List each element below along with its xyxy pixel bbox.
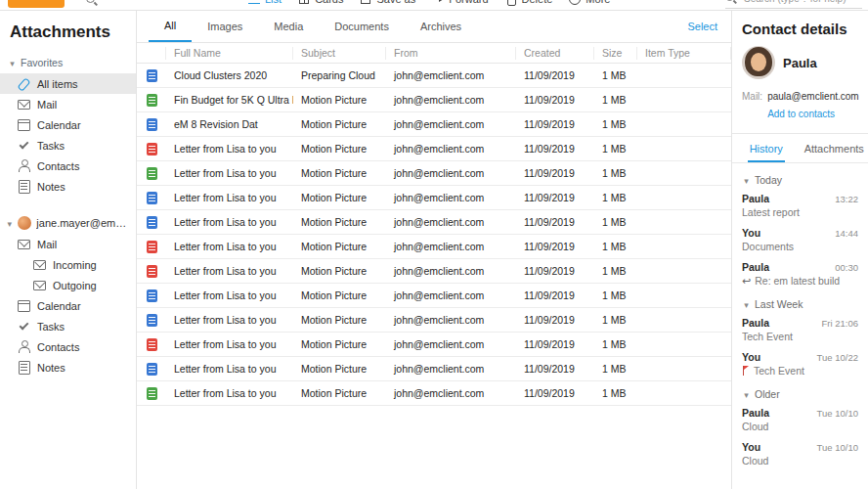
sidebar-item[interactable]: Mail — [0, 234, 136, 254]
mail-icon — [18, 238, 30, 250]
sidebar-item[interactable]: Mail — [0, 94, 136, 114]
history-section-header[interactable]: Older — [742, 381, 858, 403]
table-row[interactable]: Letter from Lisa to you Motion Picture j… — [137, 284, 731, 308]
favorites-label: Favorites — [21, 57, 63, 68]
contact-mail-row: Mail: paula@emclient.com Add to contacts — [732, 79, 868, 119]
history-entry-time: Tue 10/10 — [817, 442, 858, 453]
table-row[interactable]: Letter from Lisa to you Motion Picture j… — [137, 333, 731, 357]
history-entry-time: 13:22 — [835, 194, 858, 204]
column-header[interactable]: Item Type — [637, 47, 731, 60]
toolbar-item-label: Cards — [315, 0, 343, 5]
cell-from: john@emclient.com — [386, 289, 516, 301]
favorites-header[interactable]: Favorites — [0, 54, 136, 73]
cell-created: 11/09/2019 — [516, 363, 594, 375]
magnifier-icon — [86, 0, 98, 6]
table-row[interactable]: Letter from Lisa to you Motion Picture j… — [137, 308, 731, 333]
history-entry[interactable]: You Tue 10/10 Cloud — [742, 437, 858, 471]
cell-from: john@emclient.com — [386, 314, 516, 326]
history-section-header[interactable]: Last Week — [742, 291, 858, 313]
table-row[interactable]: eM 8 Revision Dat Motion Picture john@em… — [137, 112, 731, 137]
toolbar-item[interactable]: List — [248, 0, 282, 5]
contact-tab[interactable]: Attachments — [801, 134, 868, 162]
history-entry[interactable]: Paula Tue 10/10 Cloud — [742, 403, 858, 437]
column-header[interactable]: Size — [594, 47, 637, 60]
filter-tab[interactable]: All — [149, 11, 192, 42]
filter-tab[interactable]: Media — [258, 11, 319, 42]
sidebar-item[interactable]: Tasks — [0, 135, 136, 156]
mail-icon — [33, 258, 46, 271]
doc-file-icon — [147, 69, 157, 82]
table-row[interactable]: Letter from Lisa to you Motion Picture j… — [137, 137, 731, 161]
cell-created: 11/09/2019 — [516, 241, 594, 252]
cell-created: 11/09/2019 — [516, 143, 594, 155]
app-body: Attachments Favorites All items Mail Cal… — [0, 11, 868, 489]
flag-icon — [742, 366, 750, 376]
history-entry-who: Paula — [742, 407, 769, 419]
filter-tab[interactable]: Images — [192, 11, 258, 42]
filter-tab[interactable]: Archives — [405, 11, 477, 42]
table-row[interactable]: Letter from Lisa to you Motion Picture j… — [137, 235, 731, 259]
column-header[interactable]: Created — [516, 47, 594, 60]
sidebar-item[interactable]: Contacts — [0, 336, 136, 357]
history-entry-time: Fri 21:06 — [822, 318, 859, 329]
toolbar-item[interactable]: Cards — [298, 0, 343, 5]
cell-full-name: Cloud Clusters 2020 — [166, 69, 293, 81]
sidebar-item[interactable]: Notes — [0, 357, 136, 378]
doc-file-icon — [147, 363, 157, 376]
sidebar-item[interactable]: Incoming — [0, 254, 136, 275]
search-icon — [725, 0, 737, 4]
sidebar-item-label: Mail — [37, 99, 57, 111]
mail-icon — [33, 279, 46, 291]
add-to-contacts-link[interactable]: Add to contacts — [767, 109, 859, 119]
column-header[interactable]: From — [386, 47, 516, 60]
history-entry[interactable]: Paula Fri 21:06 Tech Event — [742, 313, 858, 347]
pdf-file-icon — [147, 265, 157, 278]
account-row[interactable]: jane.mayer@emclient… — [0, 212, 136, 234]
contact-tab[interactable]: History — [732, 134, 801, 162]
sidebar-item[interactable]: All items — [0, 73, 136, 94]
select-link[interactable]: Select — [687, 21, 717, 32]
column-header[interactable]: Subject — [293, 47, 386, 60]
table-row[interactable]: Cloud Clusters 2020 Preparing Cloud john… — [137, 64, 731, 88]
cell-full-name: Letter from Lisa to you — [166, 143, 293, 155]
history-entry[interactable]: You 14:44 Documents — [742, 223, 858, 257]
table-row[interactable]: Letter from Lisa to you Motion Picture j… — [137, 357, 731, 381]
history-entry[interactable]: Paula 13:22 Latest report — [742, 189, 858, 223]
table-row[interactable]: Letter from Lisa to you Motion Picture j… — [137, 186, 731, 210]
column-header[interactable]: Full Name — [166, 47, 293, 60]
table-row[interactable]: Letter from Lisa to you Motion Picture j… — [137, 381, 731, 406]
new-button[interactable] — [8, 0, 65, 8]
history-entry[interactable]: You Tue 10/22 Tech Event — [742, 347, 858, 381]
history-section: Today Paula 13:22 Latest report — [742, 167, 858, 291]
table-row[interactable]: Letter from Lisa to you Motion Picture j… — [137, 161, 731, 186]
global-search[interactable] — [725, 0, 862, 9]
table-row[interactable]: Letter from Lisa to you Motion Picture j… — [137, 210, 731, 235]
global-search-input[interactable] — [742, 0, 859, 5]
history-section: Older Paula Tue 10/10 Cloud — [742, 381, 858, 471]
cell-subject: Preparing Cloud — [293, 69, 386, 81]
toolbar-item[interactable]: More — [569, 0, 610, 5]
cell-subject: Motion Picture — [293, 387, 386, 399]
table-row[interactable]: Letter from Lisa to you Motion Picture j… — [137, 259, 731, 284]
sidebar-item[interactable]: Outgoing — [0, 275, 136, 295]
cell-size: 1 MB — [594, 314, 637, 326]
toolbar-item[interactable]: Save as — [360, 0, 415, 5]
history-entry[interactable]: Paula 00:30 Re: em latest build — [742, 257, 858, 291]
search-icon[interactable] — [86, 0, 98, 8]
filter-tab[interactable]: Documents — [319, 11, 405, 42]
mail-label: Mail: — [742, 91, 762, 119]
sidebar-item[interactable]: Contacts — [0, 156, 136, 176]
xls-file-icon — [147, 167, 157, 180]
sidebar-item[interactable]: Calendar — [0, 295, 136, 316]
table-row[interactable]: Fin Budget for 5K Q Ultra Fine Motion Pi… — [137, 88, 731, 112]
cell-full-name: Letter from Lisa to you — [166, 265, 293, 277]
toolbar-item[interactable]: Delete — [505, 0, 553, 5]
sidebar-item[interactable]: Tasks — [0, 316, 136, 336]
cell-from: john@emclient.com — [386, 192, 516, 203]
filter-tabs: All Images Media Documents Archives Se — [137, 11, 731, 43]
sidebar-item[interactable]: Calendar — [0, 114, 136, 135]
cell-size: 1 MB — [594, 167, 637, 179]
history-section-header[interactable]: Today — [742, 167, 858, 189]
toolbar-item[interactable]: Forward — [432, 0, 488, 5]
sidebar-item[interactable]: Notes — [0, 176, 136, 197]
